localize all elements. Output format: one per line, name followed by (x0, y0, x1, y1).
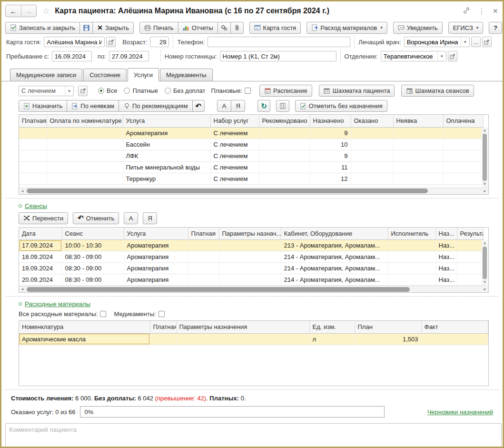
table-cell[interactable] (457, 263, 483, 274)
medicaments-checkbox-item[interactable]: Медикаменты: (114, 310, 164, 318)
vertical-scrollbar[interactable]: ▲▼ (482, 128, 488, 187)
column-header[interactable]: Неявка (393, 115, 443, 127)
collapse-circle-icon[interactable] (19, 204, 22, 208)
radio-all[interactable]: Все (98, 87, 117, 94)
materials-expense-button[interactable]: Расход материалов ▾ (306, 22, 387, 34)
table-cell[interactable]: 17.09.2024 (19, 240, 62, 251)
table-cell[interactable] (443, 150, 483, 161)
column-header[interactable]: Результат (457, 228, 483, 240)
column-header[interactable]: Платная (150, 321, 176, 333)
column-header[interactable]: Исполнитель (388, 228, 435, 240)
vertical-scrollbar[interactable]: ▲▼ (482, 240, 488, 286)
table-row[interactable]: 20.09.2024 08:30 - 09:00 Ароматерапия 21… (19, 274, 483, 286)
schedule-button[interactable]: Расписание (259, 85, 312, 97)
scroll-up-icon[interactable]: ▲ (483, 240, 487, 246)
chess-patient-button[interactable]: Шахматка пациента (319, 85, 395, 97)
table-cell[interactable]: Наз... (435, 251, 457, 263)
table-cell[interactable] (351, 139, 393, 150)
open-service-set-button[interactable] (78, 86, 88, 96)
tab-services[interactable]: Услуги (128, 68, 159, 81)
open-guest-card-button[interactable] (106, 37, 116, 47)
table-cell[interactable] (47, 150, 123, 161)
open-doctor-button[interactable] (482, 37, 492, 47)
column-header[interactable]: Ед. изм. (309, 321, 355, 333)
table-cell[interactable]: 9 (310, 127, 351, 139)
undo-assign-button[interactable]: ↶ (192, 100, 205, 112)
table-cell[interactable] (47, 127, 123, 139)
table-cell[interactable]: 214 - Ароматерапия, Аромалам... (281, 274, 388, 286)
service-set-combo[interactable]: ▾ (19, 86, 74, 96)
table-cell[interactable] (351, 173, 393, 184)
scrollbar-thumb[interactable] (27, 287, 410, 292)
close-window-icon[interactable]: × (493, 7, 498, 15)
drafts-link[interactable]: Черновики назначений (427, 408, 493, 416)
column-header[interactable]: Набор услуг (210, 115, 259, 127)
tab-state[interactable]: Состояние (83, 69, 127, 81)
scroll-down-icon[interactable]: ▼ (483, 181, 487, 187)
hotel-room-input[interactable] (220, 51, 336, 61)
scroll-right-icon[interactable]: ► (482, 189, 488, 193)
notify-button[interactable]: Уведомить (393, 22, 443, 34)
table-cell[interactable] (19, 173, 47, 184)
table-cell[interactable] (219, 240, 281, 251)
table-cell[interactable] (259, 150, 310, 161)
table-cell[interactable] (388, 251, 435, 263)
settings-button[interactable] (217, 22, 231, 34)
scroll-left-icon[interactable]: ◄ (19, 189, 26, 193)
table-cell[interactable]: 08:30 - 09:00 (62, 274, 124, 286)
table-cell[interactable] (188, 240, 219, 251)
table-cell[interactable] (443, 139, 483, 150)
table-cell[interactable]: Ароматерапия (124, 274, 188, 286)
table-cell[interactable] (19, 161, 47, 173)
stay-to-input[interactable] (109, 51, 149, 61)
table-cell[interactable]: Наз... (435, 274, 457, 286)
age-input[interactable] (150, 37, 169, 47)
radio-paid[interactable]: Платные (124, 87, 158, 94)
table-cell[interactable] (393, 150, 443, 161)
table-cell[interactable]: Питье минеральной воды (123, 161, 210, 173)
more-menu-icon[interactable]: ⋮ (478, 7, 485, 15)
horizontal-scrollbar[interactable]: ◄► (19, 188, 488, 194)
egisz-button[interactable]: ЕГИСЗ ▾ (448, 22, 484, 34)
column-header[interactable]: Назначено (310, 115, 351, 127)
table-row[interactable]: Питье минеральной воды С лечением 11 (19, 161, 483, 173)
doctor-choose-button[interactable]: ... (471, 37, 481, 47)
table-row[interactable]: Ароматерапия С лечением 9 (19, 127, 483, 139)
table-cell[interactable] (393, 173, 443, 184)
table-cell[interactable] (47, 139, 123, 150)
table-cell[interactable] (393, 161, 443, 173)
table-cell[interactable] (443, 127, 483, 139)
doctor-input[interactable] (405, 37, 461, 47)
table-cell[interactable] (351, 150, 393, 161)
favorite-star-icon[interactable]: ☆ (42, 6, 50, 16)
column-header[interactable]: Оплата по номенклатуре (47, 115, 123, 127)
department-input[interactable] (381, 51, 437, 61)
medicaments-checkbox[interactable] (158, 311, 165, 317)
column-header[interactable]: Параметры назначения (176, 321, 309, 333)
table-row[interactable]: 19.09.2024 08:30 - 09:00 Ароматерапия 21… (19, 263, 483, 274)
table-cell[interactable]: 18.09.2024 (19, 251, 62, 263)
department-dropdown-icon[interactable]: ▾ (437, 51, 446, 61)
table-cell[interactable] (388, 240, 435, 251)
scrollbar-thumb[interactable] (483, 247, 487, 279)
radio-no-surcharge[interactable]: Без доплат (165, 87, 205, 94)
print-button[interactable]: Печать (139, 22, 178, 34)
tab-medical-records[interactable]: Медицинские записи (10, 69, 82, 81)
table-cell[interactable]: 214 - Ароматерапия, Аромалам... (281, 263, 388, 274)
phone-input[interactable] (208, 37, 350, 47)
all-materials-checkbox[interactable] (100, 311, 106, 317)
table-row[interactable]: 17.09.2024 10:00 - 10:30 Ароматерапия 21… (19, 240, 483, 251)
column-header[interactable]: Сеанс (62, 228, 124, 240)
table-cell[interactable]: С лечением (210, 161, 259, 173)
materials-link[interactable]: Расходные материалы (25, 300, 90, 308)
scroll-right-icon[interactable]: ► (482, 287, 488, 291)
table-cell[interactable] (259, 127, 310, 139)
table-cell[interactable] (351, 127, 393, 139)
sessions-sort-a-button[interactable]: А (124, 212, 138, 224)
table-cell[interactable]: 11 (310, 161, 351, 173)
column-header[interactable]: Услуга (124, 228, 188, 240)
table-cell[interactable]: С лечением (210, 139, 259, 150)
column-header[interactable]: Кабинет, Оборудование (281, 228, 388, 240)
mark-without-assignment-button[interactable]: Отметить без назначения (295, 100, 387, 112)
guest-card-button[interactable]: Карта гостя (249, 22, 301, 34)
